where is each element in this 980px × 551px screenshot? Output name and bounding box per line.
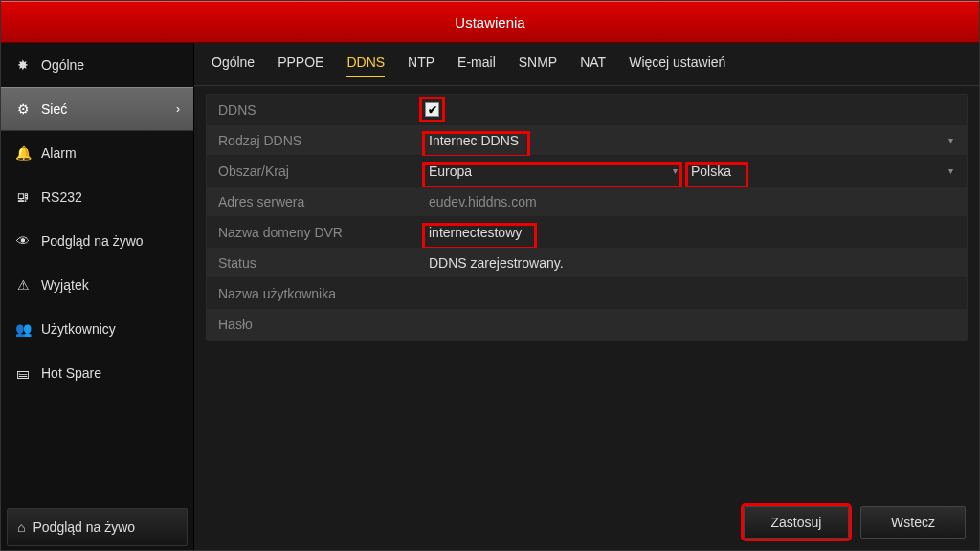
footer-buttons: Zastosuj Wstecz [194,496,979,551]
tab-more[interactable]: Więcej ustawień [629,55,725,77]
sidebar-item-label: Sieć [41,101,67,117]
sidebar-item-label: Ogólne [41,57,84,73]
chevron-right-icon: › [176,102,180,116]
sidebar-item-network[interactable]: ⚙ Sieć › [1,87,193,131]
apply-button[interactable]: Zastosuj [744,506,849,539]
sidebar-footer-label: Podgląd na żywo [33,519,135,535]
sidebar-item-label: Użytkownicy [41,321,116,337]
ddns-type-value: Internec DDNS [429,133,519,148]
chevron-down-icon: ▾ [948,135,953,145]
page-title: Ustawienia [455,14,524,31]
sidebar-item-label: Hot Spare [41,365,101,381]
status-value: DDNS zarejestrowany. [425,255,564,271]
sidebar-item-label: Alarm [41,145,77,161]
back-label: Wstecz [891,515,935,530]
username-label: Nazwa użytkownika [207,286,425,301]
ddns-form: DDNS ✔ Rodzaj DDNS Internec DDNS ▾ [206,94,968,341]
tab-general[interactable]: Ogólne [212,55,255,77]
ddns-type-select[interactable]: Internec DDNS ▾ [425,133,959,148]
serial-icon: 🖳 [14,189,32,205]
ddns-enable-label: DDNS [207,102,425,118]
region-select[interactable]: Europa ▾ [425,164,683,179]
gear-icon: ✸ [14,57,32,73]
sidebar-item-rs232[interactable]: 🖳 RS232 [1,175,193,219]
server-label: Adres serwera [207,194,425,209]
sidebar-item-label: RS232 [41,189,82,205]
sidebar: ✸ Ogólne ⚙ Sieć › 🔔 Alarm 🖳 RS232 👁 Podg… [1,43,194,551]
sidebar-item-alarm[interactable]: 🔔 Alarm [1,131,193,175]
drive-icon: 🖴 [14,365,32,381]
server-value: eudev.hiddns.com [425,194,537,209]
chevron-down-icon: ▾ [673,165,678,176]
domain-label: Nazwa domeny DVR [207,225,425,240]
sidebar-item-liveview[interactable]: 👁 Podgląd na żywo [1,219,193,263]
password-label: Hasło [207,317,425,332]
tabs: Ogólne PPPOE DDNS NTP E-mail SNMP NAT Wi… [194,43,979,86]
sidebar-item-hotspare[interactable]: 🖴 Hot Spare [1,351,193,395]
eye-icon: 👁 [14,233,32,249]
tab-pppoe[interactable]: PPPOE [278,55,323,77]
region-label: Obszar/Kraj [207,164,425,179]
sidebar-item-general[interactable]: ✸ Ogólne [1,43,193,87]
ddns-type-label: Rodzaj DDNS [207,133,425,148]
domain-input[interactable]: internectestowy [425,225,522,240]
ddns-checkbox[interactable]: ✔ [425,102,439,117]
home-icon: ⌂ [17,519,25,535]
sidebar-item-users[interactable]: 👥 Użytkownicy [1,307,193,351]
warning-icon: ⚠ [14,277,32,293]
users-icon: 👥 [14,321,32,337]
tab-email[interactable]: E-mail [457,55,496,77]
sidebar-item-label: Podgląd na żywo [41,233,144,249]
sidebar-item-label: Wyjątek [41,277,89,293]
bell-icon: 🔔 [14,145,32,161]
tab-snmp[interactable]: SNMP [519,55,557,77]
tab-ntp[interactable]: NTP [408,55,434,77]
country-value: Polska [691,164,731,179]
status-label: Status [207,255,425,271]
tab-ddns[interactable]: DDNS [346,55,385,77]
country-select[interactable]: Polska ▾ [683,164,959,179]
chevron-down-icon: ▾ [948,165,953,176]
sidebar-footer-liveview[interactable]: ⌂ Podgląd na żywo [7,508,188,546]
sidebar-item-exception[interactable]: ⚠ Wyjątek [1,263,193,307]
network-icon: ⚙ [14,101,32,117]
main-content: Ogólne PPPOE DDNS NTP E-mail SNMP NAT Wi… [194,43,979,551]
region-value: Europa [429,164,472,179]
back-button[interactable]: Wstecz [860,506,966,539]
apply-label: Zastosuj [771,515,822,530]
tab-nat[interactable]: NAT [580,55,606,77]
